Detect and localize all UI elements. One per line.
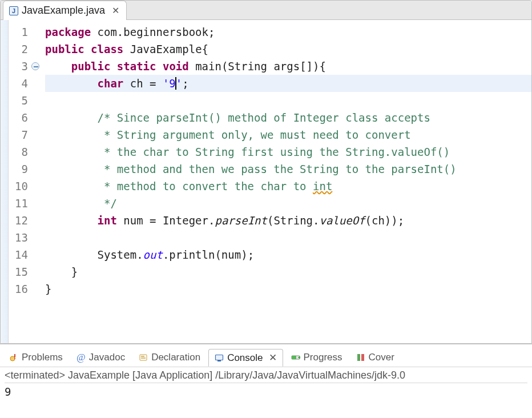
console-body: <terminated> JavaExample [Java Applicati… — [0, 367, 532, 418]
svg-rect-9 — [361, 354, 364, 361]
svg-point-0 — [10, 356, 15, 361]
code-line[interactable]: public class JavaExample{ — [45, 41, 531, 58]
tab-label: Progress — [304, 352, 342, 363]
code-line[interactable]: * method and then we pass the String to … — [45, 160, 531, 178]
console-status: <terminated> JavaExample [Java Applicati… — [5, 369, 527, 383]
tab-label: Javadoc — [89, 352, 125, 363]
tab-label: Cover — [369, 352, 394, 363]
line-number: 11 — [9, 195, 28, 212]
java-file-icon: J — [9, 6, 18, 15]
line-number: 6 — [9, 109, 28, 126]
close-icon[interactable]: ✕ — [269, 352, 277, 364]
code-line[interactable]: System.out.println(num); — [45, 246, 531, 263]
code-line[interactable]: * method to convert the char to int — [45, 178, 531, 195]
line-number: 12 — [9, 212, 28, 229]
tab-javadoc[interactable]: @ Javadoc — [71, 349, 131, 365]
code-editor[interactable]: 12345678910111213141516 package com.begi… — [1, 20, 531, 343]
line-number: 13 — [9, 229, 28, 246]
close-icon[interactable]: ✕ — [112, 5, 119, 16]
views-tab-bar: Problems @ Javadoc Declaration Console ✕… — [0, 344, 532, 367]
tab-label: Problems — [22, 352, 63, 363]
tab-progress[interactable]: Progress — [285, 349, 348, 365]
line-number: 8 — [9, 143, 28, 160]
code-line[interactable] — [45, 92, 531, 109]
line-number: 14 — [9, 246, 28, 263]
line-number: 7 — [9, 126, 28, 143]
svg-point-2 — [14, 358, 15, 359]
tab-label: Declaration — [151, 352, 200, 363]
line-number: 5 — [9, 92, 28, 109]
svg-rect-4 — [216, 355, 223, 360]
declaration-icon — [139, 353, 148, 362]
code-line[interactable] — [45, 229, 531, 246]
code-line[interactable]: package com.beginnersbook; — [45, 23, 531, 41]
code-lines[interactable]: package com.beginnersbook;public class J… — [42, 20, 531, 343]
console-icon — [215, 353, 224, 363]
svg-rect-8 — [357, 354, 360, 361]
tab-problems[interactable]: Problems — [3, 349, 68, 365]
problems-icon — [9, 353, 18, 362]
line-number: 4 — [9, 75, 28, 92]
code-line[interactable]: } — [45, 280, 531, 298]
svg-rect-1 — [14, 354, 15, 357]
line-number: 2 — [9, 41, 28, 58]
code-line[interactable]: public static void main(String args[]){ — [45, 58, 531, 75]
line-number: 10 — [9, 178, 28, 195]
svg-rect-3 — [140, 355, 147, 360]
tab-label: Console — [227, 352, 263, 364]
editor-tab-bar: J JavaExample.java ✕ — [1, 1, 531, 20]
line-number: 3 — [9, 58, 28, 75]
svg-rect-5 — [217, 360, 221, 361]
javadoc-icon: @ — [76, 353, 86, 362]
fold-column — [31, 20, 42, 343]
tab-declaration[interactable]: Declaration — [133, 349, 206, 365]
code-line[interactable]: int num = Integer.parseInt(String.valueO… — [45, 212, 531, 229]
code-line[interactable]: * String argument only, we must need to … — [45, 126, 531, 143]
progress-icon — [291, 353, 300, 362]
editor-pane: J JavaExample.java ✕ 1234567891011121314… — [0, 0, 532, 344]
code-line[interactable]: * the char to String first using the Str… — [45, 143, 531, 160]
line-number: 1 — [9, 23, 28, 41]
fold-toggle-icon[interactable] — [31, 62, 39, 70]
tab-console[interactable]: Console ✕ — [208, 349, 283, 367]
code-line[interactable]: /* Since parseInt() method of Integer cl… — [45, 109, 531, 126]
code-line[interactable]: */ — [45, 195, 531, 212]
line-number: 16 — [9, 280, 28, 298]
line-number-gutter: 12345678910111213141516 — [9, 20, 31, 343]
line-number: 9 — [9, 160, 28, 178]
editor-tab[interactable]: J JavaExample.java ✕ — [3, 1, 127, 20]
bottom-panel: Problems @ Javadoc Declaration Console ✕… — [0, 344, 532, 418]
editor-tab-filename: JavaExample.java — [22, 5, 105, 17]
tab-coverage[interactable]: Cover — [350, 349, 400, 365]
code-line[interactable]: char ch = '9'; — [45, 75, 531, 92]
svg-rect-7 — [292, 356, 296, 359]
console-output: 9 — [5, 383, 527, 398]
overview-ruler — [1, 20, 9, 343]
code-line[interactable]: } — [45, 263, 531, 280]
coverage-icon — [356, 353, 365, 362]
line-number: 15 — [9, 263, 28, 280]
